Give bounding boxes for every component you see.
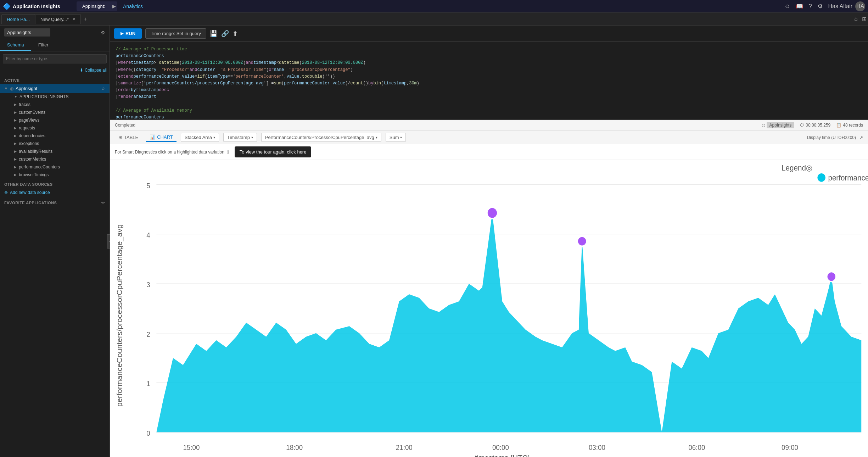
- save-button[interactable]: 💾: [210, 30, 218, 38]
- table-view-btn[interactable]: ⊞ TABLE: [115, 133, 142, 141]
- link-button[interactable]: 🔗: [221, 30, 229, 38]
- table-label: TABLE: [124, 135, 138, 140]
- collapse-label: Collapse all: [85, 68, 107, 73]
- app-name-box: [4, 28, 50, 37]
- new-query-tab[interactable]: New Query...* ✕: [35, 14, 81, 24]
- add-tab-button[interactable]: +: [84, 16, 87, 22]
- filter-tab[interactable]: Filter: [31, 39, 56, 51]
- time-value: 00:00:05.259: [806, 123, 830, 128]
- tree-item-traces[interactable]: ▶ traces: [10, 101, 110, 108]
- highlight-dot-1[interactable]: [487, 207, 498, 219]
- home-tab[interactable]: Home Pa...: [1, 14, 35, 24]
- smart-diag-text: For Smart Diagnostics click on a highlig…: [115, 150, 224, 155]
- results-right: Display time (UTC+00:00) ↗: [807, 135, 863, 140]
- code-comment2: // Average of Available memory: [116, 107, 192, 114]
- tree-item-customevents[interactable]: ▶ customEvents: [10, 108, 110, 116]
- tree-item-requests[interactable]: ▶ requests: [10, 124, 110, 132]
- add-datasource-label: Add new data source: [10, 190, 50, 195]
- appinsight-group-header[interactable]: ▼ ◎ AppInsight ☆: [0, 84, 110, 93]
- appinsight-chevron: ▼: [4, 87, 8, 90]
- x-label-0300: 03:00: [589, 444, 605, 452]
- time-range-button[interactable]: Time range: Set in query: [145, 28, 206, 39]
- tree-item-performancecounters[interactable]: ▶ performanceCounters: [10, 163, 110, 171]
- book-icon[interactable]: 📖: [796, 3, 803, 10]
- code-line3: | extend performanceCounter_value = iif …: [116, 73, 862, 80]
- sidebar-collapse-btn[interactable]: ⬇ Collapse all: [0, 66, 110, 74]
- code-line4: | summarize [' performanceCounters/proce…: [116, 80, 862, 87]
- time-icon: ⏱: [800, 123, 804, 128]
- tree-item-exceptions[interactable]: ▶ exceptions: [10, 140, 110, 147]
- smiley-icon[interactable]: ☺: [784, 3, 790, 10]
- x-label-0600: 06:00: [688, 444, 705, 452]
- code-editor[interactable]: // Average of Processor time performance…: [110, 42, 868, 120]
- tabs-icon[interactable]: ⊞: [862, 16, 867, 22]
- tree-item-dependencies[interactable]: ▶ dependencies: [10, 132, 110, 140]
- editor-toolbar: ▶ RUN Time range: Set in query 💾 🔗 ⬆: [110, 26, 868, 42]
- add-icon: ⊕: [4, 190, 8, 195]
- stacked-area-dropdown[interactable]: Stacked Area ▾: [181, 133, 219, 142]
- sidebar-tree: ACTIVE ▼ ◎ AppInsight ☆ ▼ APPLICATION IN…: [0, 74, 110, 457]
- aggregation-dropdown[interactable]: Sum ▾: [386, 133, 406, 142]
- time-badge: ⏱ 00:00:05.259: [800, 123, 830, 128]
- favorite-section: FAVORITE APPLICATIONS ✏: [0, 197, 110, 208]
- timestamp-chevron: ▾: [251, 135, 253, 139]
- run-label: RUN: [125, 31, 135, 36]
- tab-close-icon[interactable]: ✕: [72, 17, 75, 22]
- tree-item-availabilityresults[interactable]: ▶ availabilityResults: [10, 147, 110, 155]
- new-query-tab-label: New Query...*: [40, 17, 69, 22]
- highlight-dot-2[interactable]: [577, 236, 587, 246]
- app-insights-children: ▼ APPLICATION INSIGHTS ▶ traces ▶ custom…: [0, 93, 110, 179]
- records-value: 48 records: [843, 123, 863, 128]
- timestamp-dropdown[interactable]: Timestamp ▾: [223, 133, 257, 142]
- tab-strip: AppInsight: ▶: [77, 1, 117, 11]
- appinsights-badge-icon: ◎: [762, 123, 765, 128]
- sidebar: ⚙ Schema Filter ⬇ Collapse all ACTIVE ▼ …: [0, 26, 110, 457]
- x-axis-title: timestamp [UTC]: [475, 453, 530, 457]
- expand-icon[interactable]: ↗: [859, 135, 863, 140]
- chart-view-btn[interactable]: 📊 CHART: [146, 133, 177, 142]
- help-icon[interactable]: ?: [809, 3, 812, 10]
- metric-label: PerformanceCounters/ProcessorCpuPercenta…: [265, 135, 374, 140]
- info-icon[interactable]: ℹ: [227, 149, 229, 155]
- star-icon[interactable]: ☆: [101, 86, 105, 91]
- x-label-1500: 15:00: [183, 444, 200, 452]
- search-input[interactable]: [3, 54, 107, 63]
- home-icon[interactable]: ⌂: [854, 16, 858, 22]
- sidebar-header: ⚙: [0, 26, 110, 39]
- results-toolbar: ⊞ TABLE 📊 CHART Stacked Area ▾ Timestamp…: [110, 131, 868, 144]
- filter-icon[interactable]: ⚙: [101, 30, 105, 35]
- metric-dropdown[interactable]: PerformanceCounters/ProcessorCpuPercenta…: [261, 133, 381, 142]
- tree-item-browsertimings[interactable]: ▶ browserTimings: [10, 171, 110, 179]
- code-line-comment1: // Average of Processor time: [116, 46, 862, 53]
- tree-item-custommetrics[interactable]: ▶ customMetrics: [10, 155, 110, 163]
- add-datasource-btn[interactable]: ⊕ Add new data source: [0, 188, 110, 197]
- chart-svg: 0 1 2 3 4 5 performanceCounters/processo…: [110, 160, 868, 457]
- export-button[interactable]: ⬆: [233, 30, 238, 38]
- schema-tab[interactable]: Schema: [0, 39, 31, 51]
- tree-item-pageviews[interactable]: ▶ pageViews: [10, 116, 110, 124]
- highlight-dot-3[interactable]: [827, 272, 836, 282]
- x-label-0000: 00:00: [492, 444, 509, 452]
- appinsight-tab[interactable]: AppInsight:: [77, 1, 111, 11]
- metric-chevron: ▾: [376, 135, 377, 139]
- collapse-icon: ⬇: [80, 68, 83, 73]
- code-line5: | order by timestamp desc: [116, 87, 862, 94]
- user-name: Has Altair: [828, 3, 852, 10]
- tour-tooltip[interactable]: To view the tour again, click here: [235, 146, 312, 157]
- user-section[interactable]: Has Altair HA: [828, 1, 865, 11]
- run-button[interactable]: ▶ RUN: [114, 28, 142, 39]
- appinsight-icon: ◎: [10, 86, 13, 91]
- app-name-input[interactable]: [4, 28, 50, 37]
- display-time-label[interactable]: Display time (UTC+00:00): [807, 135, 856, 140]
- settings-icon[interactable]: ⚙: [818, 3, 823, 10]
- records-icon: 📋: [836, 123, 841, 128]
- top-icons: ☺ 📖 ? ⚙ Has Altair HA: [784, 1, 865, 11]
- chart-container: 0 1 2 3 4 5 performanceCounters/processo…: [110, 160, 868, 457]
- code-line1: | where timestamp >= datetime ( 2018-08-…: [116, 60, 862, 66]
- status-text: Completed: [115, 123, 135, 128]
- edit-icon[interactable]: ✏: [101, 200, 105, 205]
- stacked-area-chevron: ▾: [213, 135, 215, 139]
- app-logo-icon: 🔷: [3, 2, 11, 10]
- legend-dot: [817, 173, 825, 182]
- y-label-4: 4: [146, 231, 150, 239]
